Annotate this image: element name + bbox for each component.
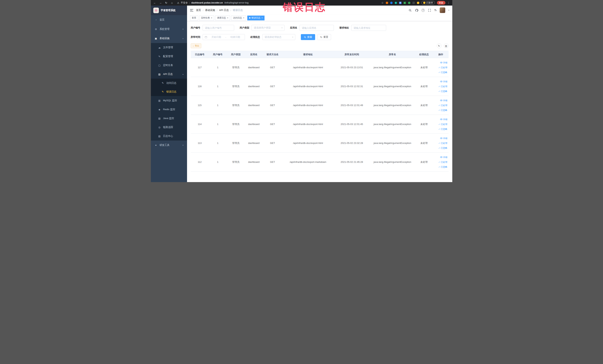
sidebar-item-mysql-monitor[interactable]: ▥ MySQL 监控 (151, 96, 187, 105)
detail-link[interactable]: 详细 (434, 98, 447, 103)
search-icon[interactable] (408, 9, 412, 12)
sidebar-item-error-log[interactable]: ✎ 错误日志 (151, 87, 187, 96)
cell-actions: 详细 ✓ 已处理 ✓ 已忽略 (433, 96, 449, 115)
check-icon: ✓ (438, 89, 440, 94)
address-bar[interactable]: ⚠ 不安全 | dashboard.yudao.iocoder.cn/infra… (177, 1, 249, 4)
sidebar-item-file-mgmt[interactable]: ☁ 文件管理 (151, 43, 187, 52)
tab-error-log[interactable]: 错误日志× (247, 16, 265, 20)
mark-ignored-link[interactable]: ✓ 已忽略 (434, 70, 447, 75)
mark-processed-link[interactable]: ✓ 已处理 (434, 84, 447, 89)
mark-ignored-link[interactable]: ✓ 已忽略 (434, 89, 447, 94)
sidebar-item-dev-tools[interactable]: ✦ 研发工具 ▾ (151, 141, 187, 150)
cell-exception-time: 2021-05-03 12:02:31 (334, 77, 370, 96)
table-row: 113 1 管理员 dashboard GET /api/infra/db-do… (191, 134, 449, 153)
sidebar-logo[interactable]: 芋道管理系统 (151, 6, 187, 15)
avatar-caret-icon[interactable]: ▾ (448, 9, 449, 11)
detail-link[interactable]: 详细 (434, 117, 447, 122)
sidebar-item-log-center[interactable]: ▤ 日志中心 (151, 132, 187, 141)
mark-processed-link[interactable]: ✓ 已处理 (434, 141, 447, 146)
detail-link[interactable]: 详细 (434, 155, 447, 160)
paused-badge[interactable]: 已暂停 (421, 1, 435, 5)
refresh-icon[interactable]: ↻ (165, 1, 168, 4)
sidebar-item-scheduled-jobs[interactable]: ▢ 定时任务 (151, 61, 187, 70)
detail-link[interactable]: 详细 (434, 136, 447, 141)
user-id-input[interactable] (203, 25, 234, 31)
extension-blue-icon[interactable] (390, 2, 393, 4)
mark-processed-link[interactable]: ✓ 已处理 (434, 103, 447, 108)
check-icon: ✓ (438, 146, 440, 150)
search-button[interactable]: 搜索 (301, 34, 315, 40)
user-avatar[interactable] (440, 7, 445, 13)
sidebar-item-api-logs[interactable]: ▨ API 日志 ▴ (151, 70, 187, 79)
close-icon[interactable]: × (227, 17, 228, 19)
extension-vue-icon[interactable]: V (395, 2, 397, 4)
sidebar-item-redis-monitor[interactable]: ◈ Redis 监控 (151, 105, 187, 114)
hamburger-icon[interactable] (190, 9, 193, 12)
home-icon[interactable]: ⌂ (170, 1, 174, 4)
breadcrumb-api-logs[interactable]: API 日志 (219, 9, 229, 12)
extension-on-badge-icon[interactable]: on (404, 2, 406, 4)
close-icon[interactable]: × (262, 17, 263, 19)
mark-processed-link[interactable]: ✓ 已处理 (434, 122, 447, 127)
font-size-icon[interactable]: TT (434, 9, 437, 12)
forward-icon[interactable]: → (159, 1, 162, 4)
sidebar-item-access-log[interactable]: ✎ 访问日志 (151, 79, 187, 87)
cell-log-id: 112 (191, 153, 209, 172)
detail-link[interactable]: 详细 (434, 60, 447, 65)
cell-request-url: /api/infra/db-doc/export-markdown (282, 153, 334, 172)
col-header-actions: 操作 (433, 51, 449, 58)
sidebar-item-trace[interactable]: ◎ 链路追踪 (151, 123, 187, 132)
mark-ignored-link[interactable]: ✓ 已忽略 (434, 108, 447, 113)
process-status-select[interactable]: 请选择处理状态 ▾ (262, 34, 295, 40)
col-header-app-name: 应用名 (245, 51, 263, 58)
github-icon[interactable] (415, 9, 418, 12)
mark-ignored-link[interactable]: ✓ 已忽略 (434, 146, 447, 150)
mark-processed-link[interactable]: ✓ 已处理 (434, 160, 447, 164)
check-icon: ✓ (438, 141, 440, 146)
mark-ignored-link[interactable]: ✓ 已忽略 (434, 164, 447, 169)
export-button[interactable]: ↓ 导出 (191, 43, 201, 48)
extensions-puzzle-icon[interactable] (412, 2, 415, 4)
bookmark-star-icon[interactable]: ☆ (381, 1, 384, 4)
back-icon[interactable]: ← (153, 1, 156, 4)
sidebar-item-home[interactable]: ◔ 首页 (151, 15, 187, 24)
profile-avatar-icon[interactable] (417, 2, 419, 4)
cloud-icon: ☁ (158, 46, 161, 49)
close-icon[interactable]: × (211, 17, 212, 19)
extension-orange-icon[interactable] (386, 2, 388, 4)
reset-button[interactable]: ↻ 重置 (317, 34, 331, 40)
close-icon[interactable]: × (243, 17, 244, 19)
tab-access-log[interactable]: 访问日志× (231, 16, 246, 20)
tab-home[interactable]: 首页 (190, 16, 198, 20)
extension-grid-icon[interactable]: ▦ (399, 2, 402, 4)
col-header-log-id: 日志编号 (191, 51, 209, 58)
refresh-table-button[interactable]: ↻ (437, 43, 441, 48)
request-url-input[interactable] (351, 25, 386, 31)
cell-method: GET (263, 134, 282, 153)
date-range-picker[interactable]: 开始日期 - 结束日期 (203, 34, 245, 40)
extension-green-icon[interactable] (408, 2, 410, 4)
mark-ignored-link[interactable]: ✓ 已忽略 (434, 127, 447, 131)
update-button[interactable]: 更新 (437, 1, 445, 5)
detail-link[interactable]: 详细 (434, 79, 447, 84)
chrome-menu-icon[interactable]: ⋮ (447, 1, 450, 4)
column-settings-button[interactable]: ▥ (444, 43, 449, 48)
sidebar-item-system-mgmt[interactable]: ⚙ 系统管理 ▾ (151, 24, 187, 34)
breadcrumb-infrastructure[interactable]: 基础设施 (205, 9, 215, 12)
cell-log-id: 117 (191, 58, 209, 77)
logo-title: 芋道管理系统 (161, 9, 176, 12)
breadcrumb-home[interactable]: 首页 (196, 9, 201, 12)
tab-schedule-log[interactable]: 调度日志× (215, 16, 230, 20)
sidebar-item-config-mgmt[interactable]: ✎ 配置管理 (151, 52, 187, 61)
fullscreen-icon[interactable] (428, 9, 431, 12)
user-type-select[interactable]: 请选择用户类型 ▾ (252, 25, 285, 31)
sidebar-item-java-monitor[interactable]: ▧ Java 监控 (151, 114, 187, 123)
tab-scheduled-jobs[interactable]: 定时任务× (199, 16, 214, 20)
mark-processed-link[interactable]: ✓ 已处理 (434, 65, 447, 70)
sidebar-item-infrastructure[interactable]: ▣ 基础设施 ▴ (151, 34, 187, 43)
chevron-down-icon: ▾ (292, 36, 293, 38)
help-icon[interactable]: ? (421, 9, 425, 12)
app-name-input[interactable] (300, 25, 334, 31)
breadcrumb-error-log: 错误日志 (233, 9, 243, 12)
tags-view: 首页 定时任务× 调度日志× 访问日志× 错误日志× (187, 15, 452, 21)
